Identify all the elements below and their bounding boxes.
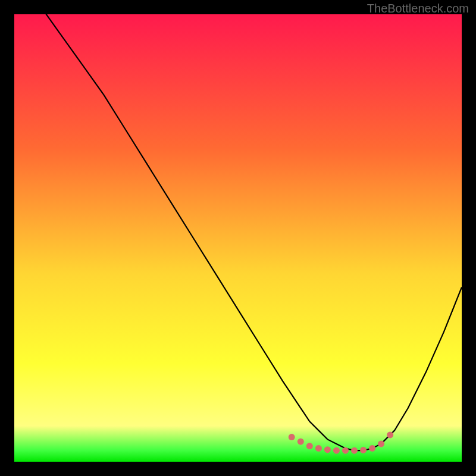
highlight-dot <box>306 443 313 449</box>
highlight-dot <box>289 434 295 440</box>
highlight-dot <box>378 440 384 447</box>
highlight-dot <box>387 431 393 438</box>
highlight-dot <box>315 445 322 452</box>
bottleneck-curve <box>14 14 462 450</box>
highlight-dot <box>298 439 304 445</box>
highlight-dot <box>351 447 358 454</box>
highlight-dot <box>342 447 349 454</box>
watermark-text: TheBottleneck.com <box>367 2 469 15</box>
plot-area <box>14 14 462 462</box>
highlight-dot <box>369 445 375 452</box>
highlight-dot <box>324 446 331 453</box>
chart-container: TheBottleneck.com <box>0 0 476 476</box>
highlight-dot <box>360 447 367 453</box>
highlight-dots <box>289 431 394 453</box>
highlight-dot <box>333 447 340 454</box>
curve-layer <box>14 14 462 462</box>
